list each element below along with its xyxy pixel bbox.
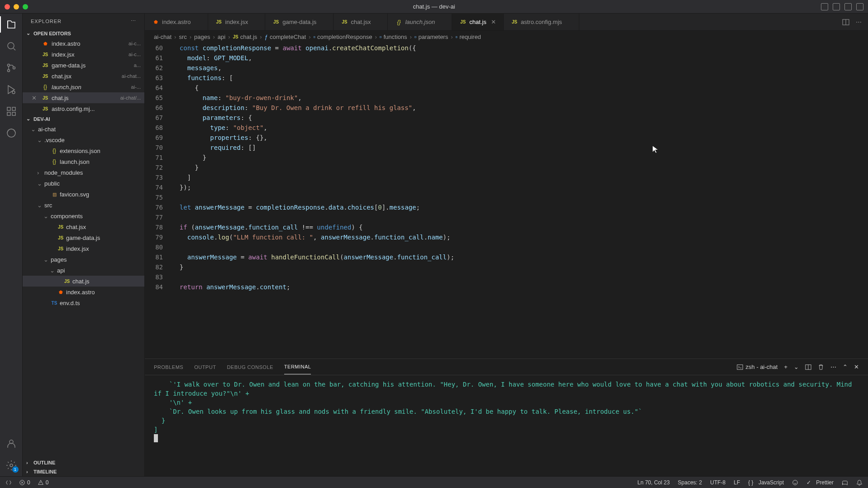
breadcrumb-item[interactable]: ƒcompleteChat xyxy=(265,33,306,40)
breadcrumb-item[interactable]: ▫completionResponse xyxy=(313,33,372,40)
terminal-tab[interactable]: TERMINAL xyxy=(284,359,311,374)
cursor-position[interactable]: Ln 70, Col 23 xyxy=(637,479,669,486)
kill-terminal-icon[interactable] xyxy=(818,364,824,370)
maximize-panel-icon[interactable]: ⌃ xyxy=(843,364,848,370)
tab-label: index.astro xyxy=(162,19,191,25)
editor-tab[interactable]: JSastro.config.mjs✕ xyxy=(504,14,579,30)
timeline-section[interactable]: ›TIMELINE xyxy=(23,467,144,476)
breadcrumb-item[interactable]: src xyxy=(179,33,186,40)
breadcrumb-item[interactable]: ▫required xyxy=(456,33,481,40)
tree-item[interactable]: {}launch.json xyxy=(23,156,144,167)
code-editor[interactable]: 6061626364656667686970717273747576777879… xyxy=(145,43,868,359)
tree-item[interactable]: ⌄pages xyxy=(23,254,144,265)
open-editor-item[interactable]: JSastro.config.mj... xyxy=(23,103,144,114)
editor-tab[interactable]: JSchat.jsx✕ xyxy=(334,14,388,30)
tree-item-label: ai-chat xyxy=(38,126,56,133)
tree-item[interactable]: ⌄ai-chat xyxy=(23,124,144,134)
warnings-status[interactable]: 0 xyxy=(38,479,49,486)
tree-item[interactable]: ▨favicon.svg xyxy=(23,189,144,200)
maximize-window-button[interactable] xyxy=(23,4,28,10)
open-editor-item[interactable]: ⬟index.astroai-c... xyxy=(23,38,144,49)
settings-gear-icon[interactable]: 1 xyxy=(5,459,18,472)
open-editor-item[interactable]: ✕JSchat.jsai-chat/... xyxy=(23,92,144,103)
remote-indicator[interactable] xyxy=(5,479,12,486)
editor-tab[interactable]: JSindex.jsx✕ xyxy=(208,14,266,30)
split-terminal-icon[interactable] xyxy=(805,364,811,370)
tree-item[interactable]: ⌄api xyxy=(23,265,144,276)
language-mode[interactable]: { } JavaScript xyxy=(748,479,784,486)
window-controls xyxy=(5,4,28,10)
indentation-status[interactable]: Spaces: 2 xyxy=(678,479,702,486)
open-editors-section[interactable]: ⌄OPEN EDITORS xyxy=(23,29,144,38)
close-window-button[interactable] xyxy=(5,4,10,10)
more-actions-icon[interactable]: ⋯ xyxy=(856,19,862,25)
tree-item[interactable]: TSenv.d.ts xyxy=(23,297,144,308)
editor-tab[interactable]: JSgame-data.js✕ xyxy=(265,14,334,30)
customize-layout-icon[interactable] xyxy=(856,3,863,10)
editor-tab[interactable]: JSchat.js✕ xyxy=(452,14,504,30)
tree-item[interactable]: JSchat.jsx xyxy=(23,221,144,232)
breadcrumb-item[interactable]: pages xyxy=(194,33,210,40)
symbol-icon: ▫ xyxy=(415,33,417,40)
tree-item[interactable]: JSgame-data.js xyxy=(23,232,144,243)
split-editor-icon[interactable] xyxy=(842,19,849,26)
eol-status[interactable]: LF xyxy=(734,479,740,486)
breadcrumb-item[interactable]: ▫functions xyxy=(380,33,407,40)
notifications-icon[interactable] xyxy=(856,479,863,486)
terminal-shell-label[interactable]: zsh - ai-chat xyxy=(737,364,778,370)
tree-item[interactable]: {}extensions.json xyxy=(23,145,144,156)
explorer-icon[interactable] xyxy=(5,18,18,31)
run-debug-icon[interactable] xyxy=(5,83,18,96)
breadcrumb-item[interactable]: api xyxy=(218,33,225,40)
tree-item[interactable]: ⌄src xyxy=(23,200,144,211)
open-editor-item[interactable]: JSgame-data.jsa... xyxy=(23,60,144,71)
sidebar-more-icon[interactable]: ⋯ xyxy=(131,18,136,24)
file-type-icon: ⬟ xyxy=(57,290,64,295)
feedback-icon[interactable] xyxy=(842,479,848,486)
prettier-status[interactable]: ✓ Prettier xyxy=(806,479,834,486)
breadcrumb-item[interactable]: ai-chat xyxy=(154,33,172,40)
tree-item[interactable]: ⬟index.astro xyxy=(23,287,144,297)
encoding-status[interactable]: UTF-8 xyxy=(710,479,725,486)
tweet-feedback-icon[interactable] xyxy=(792,479,798,486)
toggle-panel-icon[interactable] xyxy=(833,3,840,10)
new-terminal-icon[interactable]: + xyxy=(784,364,787,370)
project-section[interactable]: ⌄DEV-AI xyxy=(23,114,144,124)
open-editor-item[interactable]: {}launch.jsonai-... xyxy=(23,81,144,92)
tree-item[interactable]: JSchat.js xyxy=(23,276,144,287)
breadcrumb-item[interactable]: ▫parameters xyxy=(415,33,448,40)
minimize-window-button[interactable] xyxy=(14,4,19,10)
search-icon[interactable] xyxy=(5,40,18,53)
terminal-output[interactable]: `'I walk over to Dr. Owen and lean on th… xyxy=(145,375,868,476)
debug-console-tab[interactable]: DEBUG CONSOLE xyxy=(227,360,273,374)
open-editor-item[interactable]: JSchat.jsxai-chat... xyxy=(23,71,144,81)
problems-tab[interactable]: PROBLEMS xyxy=(154,360,183,374)
close-panel-icon[interactable]: ✕ xyxy=(854,364,859,370)
errors-status[interactable]: 0 xyxy=(19,479,30,486)
tree-item[interactable]: ⌄components xyxy=(23,211,144,221)
breadcrumb[interactable]: ai-chat›src›pages›api›JSchat.js›ƒcomplet… xyxy=(145,31,868,43)
output-tab[interactable]: OUTPUT xyxy=(194,360,216,374)
file-type-icon: {} xyxy=(42,84,49,90)
source-control-icon[interactable] xyxy=(5,62,18,74)
svg-rect-7 xyxy=(7,112,10,115)
editor-tab[interactable]: ⬟index.astro✕ xyxy=(145,14,208,30)
tree-item[interactable]: ›node_modules xyxy=(23,167,144,178)
editor-tab[interactable]: {}launch.json✕ xyxy=(388,14,452,30)
tree-item[interactable]: ⌄.vscode xyxy=(23,134,144,145)
toggle-secondary-sidebar-icon[interactable] xyxy=(844,3,852,10)
accounts-icon[interactable] xyxy=(5,437,18,450)
open-editor-item[interactable]: JSindex.jsxai-c... xyxy=(23,49,144,60)
tab-label: game-data.js xyxy=(282,19,316,25)
edge-tools-icon[interactable] xyxy=(5,127,18,139)
panel-more-icon[interactable]: ⋯ xyxy=(830,364,836,370)
toggle-primary-sidebar-icon[interactable] xyxy=(821,3,828,10)
breadcrumb-item[interactable]: JSchat.js xyxy=(233,33,258,40)
close-tab-icon[interactable]: ✕ xyxy=(491,19,496,25)
tree-item[interactable]: ⌄public xyxy=(23,178,144,189)
outline-section[interactable]: ›OUTLINE xyxy=(23,458,144,467)
extensions-icon[interactable] xyxy=(5,105,18,118)
tree-item[interactable]: JSindex.jsx xyxy=(23,243,144,254)
terminal-dropdown-icon[interactable]: ⌄ xyxy=(794,364,799,370)
close-editor-icon[interactable]: ✕ xyxy=(32,95,39,101)
